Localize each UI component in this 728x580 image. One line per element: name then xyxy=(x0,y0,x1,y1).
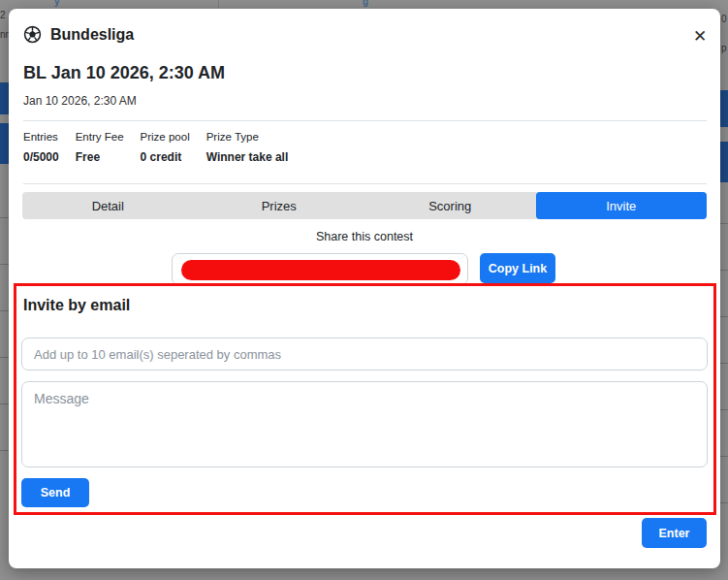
share-link-field[interactable] xyxy=(172,253,468,285)
background-row-line xyxy=(720,456,728,457)
league-name: Bundesliga xyxy=(50,26,134,44)
background-row-line xyxy=(0,357,9,358)
background-row-line xyxy=(720,502,728,503)
stat-prize-pool: Prize pool 0 credit xyxy=(141,131,190,164)
stat-value: Winner take all xyxy=(206,150,289,164)
tab-prizes[interactable]: Prizes xyxy=(194,192,365,219)
redacted-share-link xyxy=(181,260,460,280)
background-row-line xyxy=(720,316,728,317)
stat-entries: Entries 0/5000 xyxy=(23,131,59,164)
contest-stats: Entries 0/5000 Entry Fee Free Prize pool… xyxy=(23,131,288,164)
tab-invite[interactable]: Invite xyxy=(536,192,708,219)
send-button[interactable]: Send xyxy=(21,478,89,507)
close-icon[interactable]: ✕ xyxy=(687,23,712,48)
background-link-fragment: y xyxy=(54,0,60,7)
background-row-line xyxy=(720,409,728,410)
stat-label: Entry Fee xyxy=(76,131,124,143)
enter-contest-button[interactable]: Enter xyxy=(642,518,707,548)
background-text-fragment: p xyxy=(721,43,727,53)
stat-value: 0 credit xyxy=(141,150,190,164)
background-button-fragment xyxy=(720,142,728,182)
stat-label: Entries xyxy=(23,131,59,143)
stat-entry-fee: Entry Fee Free xyxy=(76,131,124,164)
contest-start-time: Jan 10 2026, 2:30 AM xyxy=(23,94,137,108)
contest-modal: ✕ Bundesliga BL Jan 10 2026, 2:30 AM Jan… xyxy=(9,9,720,568)
stat-prize-type: Prize Type Winner take all xyxy=(206,131,289,164)
share-heading: Share this contest xyxy=(9,230,720,243)
background-row-line xyxy=(0,217,9,218)
background-row-line xyxy=(720,223,728,224)
stat-value: 0/5000 xyxy=(23,150,59,164)
background-link-fragment: g xyxy=(363,0,368,7)
background-row-line xyxy=(720,270,728,271)
modal-header: Bundesliga xyxy=(23,25,134,44)
background-text-fragment: nr xyxy=(0,29,9,40)
background-text-fragment: 2 xyxy=(0,10,6,20)
invite-message-input[interactable] xyxy=(21,381,708,467)
stat-value: Free xyxy=(76,150,124,164)
background-table-divider xyxy=(218,0,219,8)
background-row-line xyxy=(0,264,9,265)
divider xyxy=(23,120,707,121)
divider xyxy=(23,183,707,184)
stat-label: Prize pool xyxy=(141,131,190,143)
tab-detail[interactable]: Detail xyxy=(22,192,194,219)
invite-by-email-heading: Invite by email xyxy=(23,297,130,314)
background-text-fragment: 0 xyxy=(721,14,727,24)
background-button-fragment xyxy=(0,82,9,114)
background-row-line xyxy=(0,450,9,451)
soccer-ball-icon xyxy=(23,25,42,44)
tab-scoring[interactable]: Scoring xyxy=(364,192,536,219)
contest-tab-bar: Detail Prizes Scoring Invite xyxy=(22,192,707,219)
background-button-fragment xyxy=(720,90,728,127)
copy-link-button[interactable]: Copy Link xyxy=(480,253,555,283)
background-button-fragment xyxy=(0,123,9,164)
background-row-line xyxy=(720,363,728,364)
stat-label: Prize Type xyxy=(206,131,289,143)
contest-title: BL Jan 10 2026, 2:30 AM xyxy=(23,63,225,83)
background-row-line xyxy=(0,403,9,404)
background-row-line xyxy=(0,310,9,311)
invite-emails-input[interactable] xyxy=(21,338,708,371)
